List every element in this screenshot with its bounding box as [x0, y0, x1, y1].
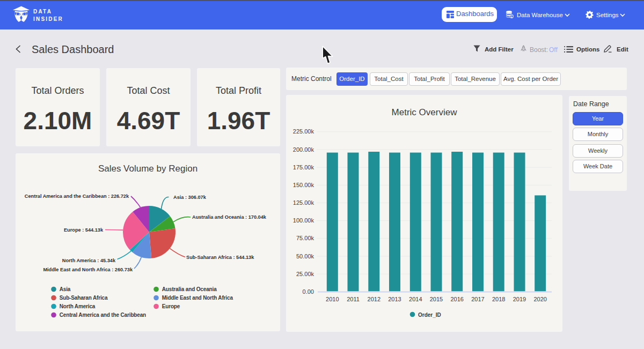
svg-text:225.00k: 225.00k: [293, 128, 314, 135]
svg-text:75.00k: 75.00k: [296, 235, 314, 241]
svg-text:2015: 2015: [430, 296, 443, 302]
svg-text:2016: 2016: [450, 296, 463, 302]
svg-text:2010: 2010: [326, 296, 339, 302]
svg-text:2018: 2018: [492, 296, 505, 302]
svg-text:Order_ID: Order_ID: [418, 312, 441, 318]
svg-text:0.00: 0.00: [303, 288, 314, 295]
svg-text:200.00k: 200.00k: [293, 146, 314, 153]
svg-text:125.00k: 125.00k: [293, 199, 314, 206]
svg-text:150.00k: 150.00k: [293, 182, 314, 188]
svg-text:2012: 2012: [368, 296, 380, 302]
svg-text:175.00k: 175.00k: [293, 164, 314, 170]
svg-text:50.00k: 50.00k: [296, 253, 314, 259]
svg-text:2019: 2019: [513, 296, 526, 302]
svg-text:2013: 2013: [388, 296, 401, 302]
svg-text:100.00k: 100.00k: [293, 217, 314, 224]
svg-text:2011: 2011: [347, 296, 360, 302]
svg-text:25.00k: 25.00k: [296, 271, 314, 277]
svg-text:2017: 2017: [471, 296, 484, 302]
svg-text:2020: 2020: [533, 296, 546, 302]
svg-text:2014: 2014: [409, 296, 422, 302]
